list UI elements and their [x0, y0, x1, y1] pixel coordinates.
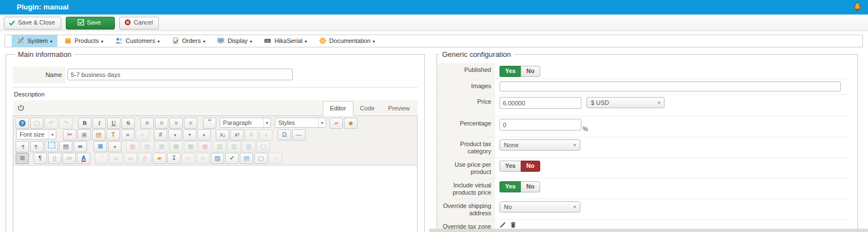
page-embed-icon[interactable]: ▯ — [48, 153, 61, 164]
print-icon[interactable]: ▤ — [59, 141, 72, 152]
glyph: » — [126, 130, 129, 139]
layers-icon[interactable]: ▤ — [240, 153, 253, 164]
published-no-button[interactable]: No — [521, 66, 540, 77]
percentage-input[interactable] — [500, 119, 581, 130]
glyph: ▤ — [96, 130, 101, 139]
notification-bell-icon[interactable] — [852, 2, 862, 12]
glyph: S — [127, 118, 130, 128]
remove-format-icon[interactable]: ▰ — [329, 118, 343, 129]
font-color-icon[interactable]: A — [77, 153, 90, 164]
name-input[interactable] — [67, 69, 293, 80]
insert-predefined-icon[interactable]: ▭ — [62, 153, 76, 164]
strikethrough-icon[interactable]: S — [122, 118, 135, 129]
italic-icon[interactable]: I — [93, 118, 106, 129]
glyph: “ — [100, 153, 103, 163]
find-icon[interactable]: ∞ — [74, 141, 87, 152]
paste-as-text-icon[interactable]: T — [106, 129, 120, 141]
blockquote-icon[interactable]: “ — [203, 118, 216, 129]
iframe-icon[interactable]: ▢ — [254, 153, 268, 164]
price-input[interactable] — [500, 97, 581, 109]
paragraph-format-select[interactable]: ▾Paragraph — [220, 118, 271, 128]
insert-table-icon[interactable]: ⊞ — [94, 141, 107, 152]
show-blocks-icon[interactable]: ¶ — [33, 153, 47, 164]
new-document-icon[interactable]: ▢ — [30, 118, 43, 129]
price-per-product-no-button[interactable]: No — [521, 161, 540, 172]
insert-column-before-icon: ▥ — [213, 141, 226, 152]
glyph: A — [81, 155, 86, 162]
menu-item-documentation[interactable]: Documentation▾ — [314, 35, 380, 47]
glyph: ▢ — [34, 118, 40, 128]
paragraph-rtl-icon[interactable]: ¶· — [30, 141, 43, 152]
menu-item-products[interactable]: Products▾ — [59, 35, 108, 47]
fullscreen-icon[interactable] — [45, 141, 58, 152]
delete-tax-zone-icon[interactable] — [510, 221, 516, 228]
styles-value: Styles — [278, 119, 295, 126]
copy-icon[interactable]: ▣ — [77, 129, 91, 141]
images-label: Images — [437, 79, 495, 94]
superscript-icon[interactable]: X² — [230, 129, 244, 141]
edit-tax-zone-icon[interactable] — [500, 221, 506, 228]
numbered-list-menu-icon[interactable]: ▾ — [168, 129, 182, 141]
glyph: ac — [114, 154, 118, 163]
merge-cells-icon: ▢ — [256, 141, 270, 152]
bold-icon[interactable]: B — [78, 118, 91, 129]
align-left-icon[interactable]: ≡ — [169, 118, 183, 129]
insert-image-icon[interactable]: ▰ — [153, 153, 166, 164]
paste-icon[interactable]: ▤ — [92, 129, 105, 141]
image-icon[interactable]: ▨ — [211, 153, 224, 164]
images-input[interactable] — [500, 81, 841, 91]
help-icon[interactable]: ? — [16, 118, 29, 129]
cancel-button[interactable]: Cancel — [119, 17, 159, 30]
tax-category-label: Product tax category — [437, 137, 495, 157]
cut-icon[interactable]: ✂ — [63, 129, 76, 141]
virtual-products-no-button[interactable]: No — [521, 181, 540, 192]
paragraph-ltr-icon[interactable]: ·¶ — [16, 141, 29, 152]
glyph: A — [249, 130, 253, 139]
menu-item-orders[interactable]: Orders▾ — [167, 35, 211, 47]
glyph: ◆ — [348, 118, 353, 128]
indent-icon[interactable]: » — [121, 129, 134, 141]
align-right-icon[interactable]: ≡ — [184, 118, 197, 129]
glyph: X² — [235, 130, 240, 140]
glyph: A — [143, 153, 147, 163]
tab-editor[interactable]: Editor — [323, 101, 353, 116]
numbered-list-icon[interactable]: # — [154, 129, 167, 141]
underline-icon[interactable]: U — [107, 118, 120, 129]
currency-select[interactable]: $ USD▼ — [586, 97, 665, 108]
cleanup-icon[interactable]: ◆ — [344, 118, 357, 129]
styles-select[interactable]: ▾Styles — [275, 118, 326, 128]
virtual-products-yes-button[interactable]: Yes — [500, 181, 521, 192]
toggle-guidelines-icon[interactable]: ⊞ — [16, 153, 29, 164]
glyph: ✂ — [67, 130, 72, 139]
menu-item-hikaserial[interactable]: HikaSerial▾ — [259, 35, 312, 47]
tab-preview[interactable]: Preview — [381, 102, 416, 115]
save-close-button[interactable]: Save & Close — [4, 17, 61, 30]
glyph: ▤ — [244, 153, 249, 163]
anchor-icon[interactable]: ↧ — [167, 153, 181, 164]
align-justify-icon[interactable]: ≡ — [140, 118, 154, 129]
main-information-legend: Main information — [15, 50, 74, 59]
price-per-product-yes-button[interactable]: Yes — [500, 161, 521, 172]
spellcheck-icon[interactable]: ✓ — [225, 153, 239, 164]
special-character-icon[interactable]: Ω — [278, 129, 291, 141]
subscript-icon[interactable]: X₂ — [216, 129, 229, 141]
align-center-icon[interactable]: ≡ — [155, 118, 168, 129]
save-button[interactable]: Save — [66, 17, 115, 30]
description-editor-content[interactable] — [13, 166, 417, 232]
menu-item-display[interactable]: Display▾ — [212, 35, 257, 47]
menubar: System▾ Products▾ Customers▾ Orders▾ Dis… — [4, 35, 863, 47]
table-menu-icon[interactable]: ▾ — [108, 141, 122, 152]
bullet-list-menu-icon[interactable]: ▾ — [197, 129, 211, 141]
abbreviation-icon: ab — [124, 153, 137, 164]
tab-code[interactable]: Code — [353, 102, 381, 115]
override-shipping-select[interactable]: No▼ — [500, 201, 580, 212]
tax-category-select[interactable]: None▼ — [500, 139, 580, 151]
menu-item-customers[interactable]: Customers▾ — [110, 35, 164, 47]
name-label: Name — [13, 66, 65, 83]
toggle-editor-icon[interactable] — [17, 104, 25, 112]
published-yes-button[interactable]: Yes — [500, 66, 521, 77]
bullet-list-icon[interactable]: • — [183, 129, 196, 141]
horizontal-rule-icon[interactable]: — — [292, 129, 306, 141]
menu-item-system[interactable]: System▾ — [12, 35, 57, 47]
font-size-select[interactable]: ▾Font size — [16, 129, 56, 139]
